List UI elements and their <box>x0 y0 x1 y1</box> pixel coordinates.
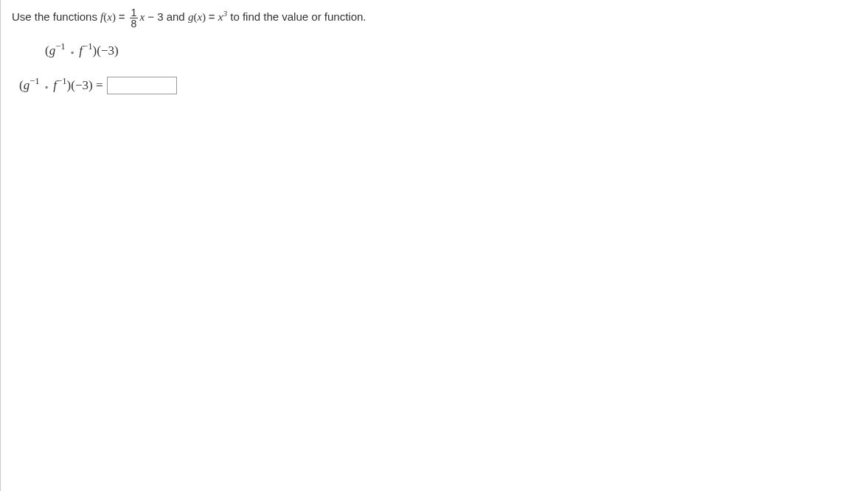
answer-expression: (g−1 ∘ f−1)(−3) = <box>19 78 103 93</box>
composition-expression: (g−1 ∘ f−1)(−3) <box>45 43 857 58</box>
fraction-one-eighth: 1 8 <box>130 7 139 29</box>
prompt-text-2: to find the value or function. <box>230 10 366 23</box>
prompt-text-1: Use the functions <box>12 10 100 23</box>
question-prompt: Use the functions f(x) = 1 8 x − 3 and g… <box>12 7 857 29</box>
answer-input[interactable] <box>107 77 177 94</box>
circle-icon: ∘ <box>69 48 76 56</box>
answer-line: (g−1 ∘ f−1)(−3) = <box>19 77 857 94</box>
function-f: f(x) <box>100 11 119 23</box>
and-text: and <box>167 10 188 23</box>
circle-icon: ∘ <box>43 83 50 91</box>
function-g: g(x) <box>188 11 209 23</box>
